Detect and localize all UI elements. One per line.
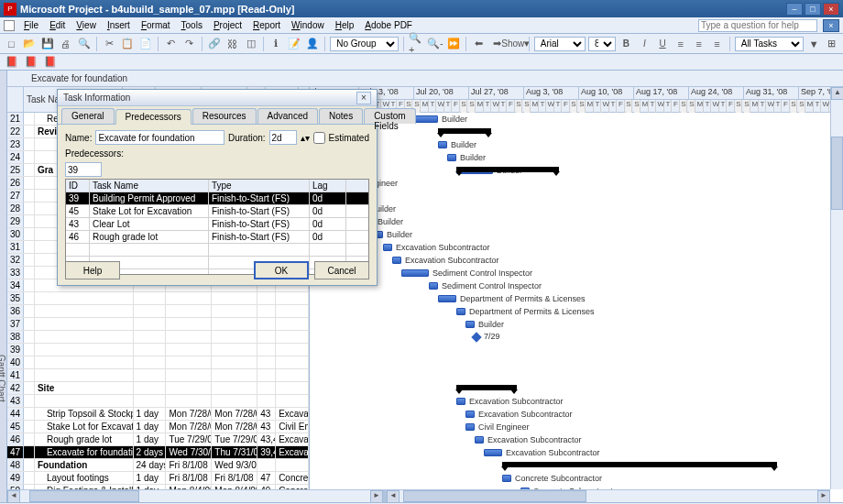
menu-file[interactable]: File <box>18 18 44 32</box>
menu-adobe-pdf[interactable]: Adobe PDF <box>359 18 418 32</box>
cell[interactable] <box>24 369 35 381</box>
cell[interactable] <box>212 292 257 304</box>
milestone[interactable] <box>471 332 481 342</box>
cell[interactable]: Rough grade lot <box>35 433 134 445</box>
scroll-right-button[interactable]: ► <box>370 490 383 503</box>
summary-bar[interactable] <box>456 167 559 172</box>
grid-col-header[interactable]: Task Name <box>90 180 209 192</box>
task-bar[interactable] <box>447 154 456 161</box>
cell[interactable] <box>212 395 257 407</box>
cut-button[interactable]: ✂ <box>102 36 117 52</box>
unlink-button[interactable]: ⛓ <box>224 36 240 52</box>
tab-custom-fields[interactable]: Custom Fields <box>364 108 415 124</box>
grid-row-empty[interactable] <box>66 244 368 257</box>
outdent-button[interactable]: ⬅ <box>471 36 487 52</box>
cell[interactable]: 47 <box>257 472 276 484</box>
scroll-left-button[interactable]: ◄ <box>7 490 20 503</box>
table-row[interactable]: 38 <box>7 331 309 344</box>
split-button[interactable]: ◫ <box>243 36 258 52</box>
cell[interactable]: 43,45 <box>257 433 276 445</box>
cell[interactable]: 24 days <box>134 459 167 471</box>
cell[interactable] <box>24 421 35 433</box>
task-bar[interactable] <box>465 423 475 431</box>
grid-cell[interactable]: Rough grade lot <box>90 231 209 243</box>
cell[interactable] <box>134 369 167 381</box>
cell[interactable] <box>212 318 257 330</box>
cell[interactable] <box>24 395 35 407</box>
assign-button[interactable]: 👤 <box>304 36 320 52</box>
grid-cell[interactable]: 0d <box>310 192 346 204</box>
table-row[interactable]: 43 <box>7 395 309 408</box>
cell[interactable] <box>166 382 212 394</box>
cell[interactable] <box>24 459 35 471</box>
print-button[interactable]: 🖨 <box>58 36 73 52</box>
cell[interactable]: 1 day <box>134 433 167 445</box>
grid-cell[interactable]: Clear Lot <box>90 218 209 230</box>
grid-cell[interactable]: 39 <box>66 192 90 204</box>
tab-predecessors[interactable]: Predecessors <box>115 109 192 125</box>
cell[interactable]: Mon 7/28/08 <box>212 421 257 433</box>
cell[interactable] <box>24 433 35 445</box>
table-row[interactable]: 40 <box>7 356 309 369</box>
grid-cell[interactable]: Finish-to-Start (FS) <box>209 192 310 204</box>
cell[interactable] <box>35 305 134 317</box>
cell[interactable]: 42 <box>7 382 24 394</box>
cell[interactable] <box>276 459 309 471</box>
cell[interactable] <box>24 164 35 176</box>
table-row[interactable]: 35 <box>7 292 309 305</box>
cell[interactable] <box>257 331 276 343</box>
pdf-button-3[interactable]: 📕 <box>42 54 59 71</box>
grid-cell[interactable]: 45 <box>66 205 90 217</box>
cell[interactable] <box>212 356 257 368</box>
help-search-input[interactable] <box>698 19 817 32</box>
cell[interactable]: 1 day <box>134 421 167 433</box>
cell[interactable]: Concrete Su <box>276 472 309 484</box>
cell[interactable]: 44 <box>7 408 24 420</box>
menu-report[interactable]: Report <box>247 18 286 32</box>
cell[interactable]: 23 <box>7 138 24 150</box>
cell[interactable] <box>24 331 35 343</box>
cell[interactable] <box>166 331 212 343</box>
grid-row[interactable]: 43Clear LotFinish-to-Start (FS)0d <box>66 218 368 231</box>
tab-notes[interactable]: Notes <box>319 108 363 124</box>
cell[interactable] <box>35 369 134 381</box>
font-combo[interactable]: Arial <box>534 37 586 51</box>
task-bar[interactable] <box>502 475 511 482</box>
task-bar[interactable] <box>465 321 475 328</box>
cell[interactable] <box>24 292 35 304</box>
cell[interactable] <box>24 408 35 420</box>
cell[interactable] <box>257 305 276 317</box>
cell[interactable] <box>24 472 35 484</box>
cell[interactable] <box>134 305 167 317</box>
cell[interactable]: Fri 8/1/08 <box>212 472 257 484</box>
cell[interactable]: 26 <box>7 177 24 189</box>
table-row[interactable]: 41 <box>7 369 309 382</box>
view-sidebar[interactable]: Gantt Chart <box>0 71 7 502</box>
cell[interactable] <box>276 305 309 317</box>
dialog-titlebar[interactable]: Task Information × <box>58 90 377 106</box>
cell[interactable]: 24 <box>7 151 24 163</box>
task-bar[interactable] <box>401 269 429 277</box>
cell[interactable] <box>166 318 212 330</box>
cell[interactable] <box>257 369 276 381</box>
cell[interactable]: 33 <box>7 267 24 279</box>
table-row[interactable]: 46Rough grade lot1 dayTue 7/29/08Tue 7/2… <box>7 433 309 446</box>
table-row[interactable]: 39 <box>7 344 309 356</box>
cell[interactable]: 30 <box>7 228 24 240</box>
cell[interactable] <box>24 344 35 356</box>
grid-cell[interactable]: 0d <box>310 218 346 230</box>
cell[interactable] <box>24 113 35 125</box>
cell[interactable]: 43 <box>257 408 276 420</box>
new-button[interactable]: □ <box>4 36 19 52</box>
cell[interactable]: Fri 8/1/08 <box>166 472 212 484</box>
cell[interactable]: Mon 7/28/08 <box>166 408 212 420</box>
cell[interactable] <box>212 382 257 394</box>
cell[interactable] <box>276 369 309 381</box>
grid-cell[interactable]: 43 <box>66 218 90 230</box>
summary-bar[interactable] <box>438 128 491 134</box>
cell[interactable] <box>257 318 276 330</box>
cell[interactable] <box>257 382 276 394</box>
wbs-button[interactable]: ⊞ <box>824 36 839 52</box>
dialog-close-button[interactable]: × <box>356 92 371 104</box>
grid-cell[interactable]: 0d <box>310 205 346 217</box>
